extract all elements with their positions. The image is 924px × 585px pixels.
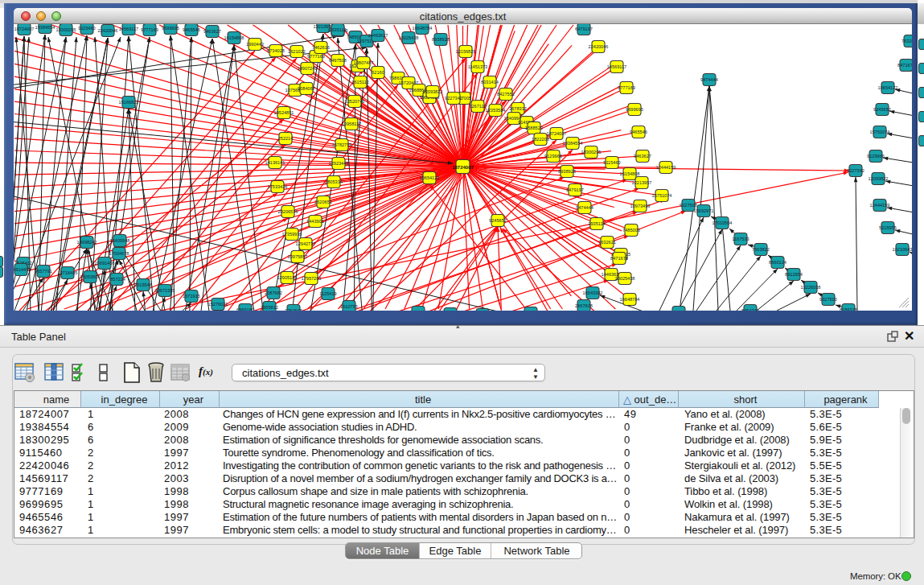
svg-text:18724007: 18724007 bbox=[452, 165, 474, 170]
svg-text:8938928: 8938928 bbox=[432, 37, 450, 42]
svg-text:3267110: 3267110 bbox=[469, 104, 486, 109]
svg-text:9245652: 9245652 bbox=[489, 218, 507, 223]
svg-text:9474444: 9474444 bbox=[700, 77, 718, 82]
svg-text:18300295: 18300295 bbox=[56, 27, 76, 32]
svg-text:1822203: 1822203 bbox=[532, 137, 549, 142]
svg-text:12213957: 12213957 bbox=[632, 180, 652, 185]
svg-text:12942737: 12942737 bbox=[296, 241, 316, 246]
svg-text:18907249: 18907249 bbox=[298, 66, 318, 71]
svg-text:7515546: 7515546 bbox=[134, 282, 152, 287]
svg-text:1671915: 1671915 bbox=[183, 294, 200, 299]
svg-text:10975857: 10975857 bbox=[288, 254, 308, 259]
svg-text:16648784: 16648784 bbox=[413, 26, 433, 31]
svg-text:1610755: 1610755 bbox=[340, 304, 358, 309]
svg-text:2935114: 2935114 bbox=[329, 27, 346, 32]
svg-text:8031414: 8031414 bbox=[481, 80, 499, 84]
svg-text:8186328: 8186328 bbox=[840, 307, 857, 311]
svg-text:9084067: 9084067 bbox=[298, 86, 315, 91]
svg-text:7955812: 7955812 bbox=[261, 305, 278, 310]
svg-text:8471676: 8471676 bbox=[897, 63, 912, 68]
svg-text:11451373: 11451373 bbox=[468, 64, 487, 69]
svg-text:9115460: 9115460 bbox=[603, 160, 620, 165]
svg-text:9129966: 9129966 bbox=[867, 154, 885, 159]
svg-text:9463627: 9463627 bbox=[203, 29, 221, 34]
svg-text:9327500: 9327500 bbox=[819, 297, 837, 302]
svg-text:7485003: 7485003 bbox=[622, 228, 640, 233]
svg-text:9245652: 9245652 bbox=[873, 107, 891, 112]
svg-text:19166822: 19166822 bbox=[119, 100, 139, 105]
svg-text:8454749: 8454749 bbox=[741, 308, 759, 311]
svg-text:13640910: 13640910 bbox=[14, 257, 14, 262]
svg-text:12093822: 12093822 bbox=[423, 89, 443, 94]
svg-text:12156829: 12156829 bbox=[456, 49, 476, 54]
svg-text:7462616: 7462616 bbox=[312, 45, 330, 50]
svg-text:10025438: 10025438 bbox=[615, 276, 635, 281]
svg-text:22420046: 22420046 bbox=[589, 44, 609, 49]
svg-text:12444159: 12444159 bbox=[656, 165, 676, 170]
svg-text:17010504: 17010504 bbox=[713, 220, 733, 225]
svg-text:7632621: 7632621 bbox=[598, 240, 616, 245]
svg-text:8675685: 8675685 bbox=[670, 310, 688, 311]
svg-text:18300295: 18300295 bbox=[581, 150, 602, 154]
svg-text:18724007: 18724007 bbox=[14, 27, 35, 31]
svg-text:13226058: 13226058 bbox=[801, 285, 821, 290]
svg-text:10973493: 10973493 bbox=[630, 204, 651, 208]
svg-text:10654122: 10654122 bbox=[420, 175, 440, 180]
svg-text:7663822: 7663822 bbox=[752, 247, 770, 252]
svg-text:14569117: 14569117 bbox=[607, 64, 626, 69]
svg-text:10807487: 10807487 bbox=[354, 60, 374, 65]
svg-text:12905185: 12905185 bbox=[277, 275, 298, 280]
svg-text:17359936: 17359936 bbox=[282, 232, 302, 237]
svg-text:15692971: 15692971 bbox=[694, 208, 714, 213]
svg-text:9463627: 9463627 bbox=[634, 154, 651, 159]
svg-text:12923448: 12923448 bbox=[329, 161, 349, 166]
svg-text:10025438: 10025438 bbox=[399, 35, 419, 40]
svg-text:6479197: 6479197 bbox=[566, 187, 584, 192]
svg-text:16782759: 16782759 bbox=[332, 142, 352, 147]
svg-text:16154808: 16154808 bbox=[224, 35, 244, 40]
svg-text:13716485: 13716485 bbox=[58, 270, 78, 275]
svg-text:1167533: 1167533 bbox=[732, 237, 749, 241]
svg-text:1621022: 1621022 bbox=[288, 49, 306, 54]
svg-text:9474444: 9474444 bbox=[576, 205, 593, 210]
svg-text:5215955: 5215955 bbox=[879, 225, 897, 230]
svg-text:2935114: 2935114 bbox=[588, 221, 605, 226]
svg-text:14998242: 14998242 bbox=[77, 240, 97, 245]
svg-text:1443901: 1443901 bbox=[306, 219, 324, 224]
svg-text:252214: 252214 bbox=[278, 136, 294, 141]
svg-text:14569117: 14569117 bbox=[119, 27, 138, 31]
svg-text:8938928: 8938928 bbox=[558, 169, 576, 174]
svg-text:10958117: 10958117 bbox=[342, 122, 361, 126]
svg-text:9242848: 9242848 bbox=[409, 310, 427, 311]
svg-text:17957263: 17957263 bbox=[302, 276, 322, 281]
svg-text:2667608: 2667608 bbox=[575, 303, 593, 308]
svg-text:2620651: 2620651 bbox=[314, 200, 332, 204]
svg-text:18724007: 18724007 bbox=[547, 131, 567, 136]
svg-text:9777169: 9777169 bbox=[307, 54, 325, 59]
svg-text:1990443: 1990443 bbox=[246, 42, 264, 47]
svg-text:9699695: 9699695 bbox=[626, 107, 643, 112]
svg-text:16914479: 16914479 bbox=[14, 267, 31, 272]
svg-text:20206576: 20206576 bbox=[278, 209, 298, 214]
svg-text:14136141: 14136141 bbox=[265, 160, 285, 165]
svg-text:19524851: 19524851 bbox=[274, 110, 294, 115]
svg-text:19384554: 19384554 bbox=[35, 25, 55, 30]
svg-text:1615112: 1615112 bbox=[351, 80, 368, 84]
svg-text:9777169: 9777169 bbox=[618, 85, 635, 90]
svg-text:6734028: 6734028 bbox=[267, 48, 285, 53]
svg-text:6479197: 6479197 bbox=[575, 27, 593, 31]
svg-text:17533426: 17533426 bbox=[268, 184, 288, 189]
svg-text:15751074: 15751074 bbox=[652, 193, 672, 198]
svg-text:10671355: 10671355 bbox=[155, 288, 175, 293]
svg-text:13520746: 13520746 bbox=[345, 99, 365, 104]
svg-text:2087682: 2087682 bbox=[265, 290, 282, 295]
svg-text:12444159: 12444159 bbox=[870, 203, 890, 208]
svg-text:10654122: 10654122 bbox=[878, 85, 898, 90]
svg-text:12093822: 12093822 bbox=[869, 176, 889, 181]
svg-text:10210643: 10210643 bbox=[893, 247, 912, 252]
svg-text:1125419: 1125419 bbox=[319, 291, 336, 296]
svg-text:9129966: 9129966 bbox=[544, 154, 562, 159]
svg-text:17004678: 17004678 bbox=[109, 251, 129, 256]
svg-text:16648784: 16648784 bbox=[620, 297, 640, 302]
svg-text:8660124: 8660124 bbox=[769, 260, 786, 265]
